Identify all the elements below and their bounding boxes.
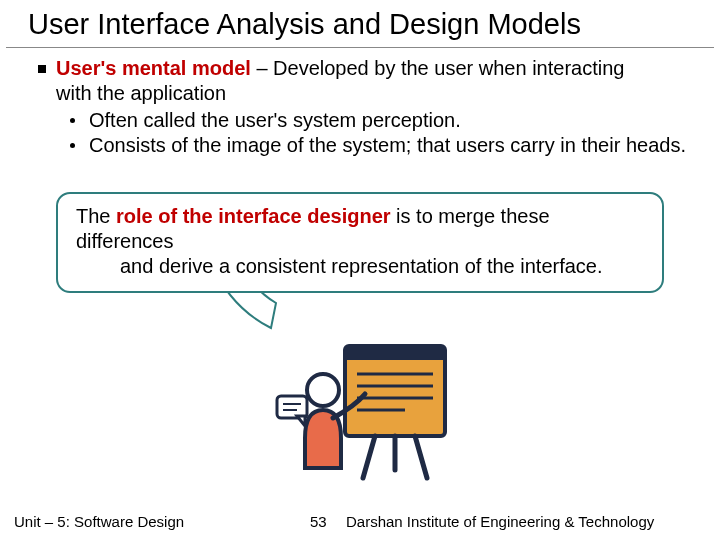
- footer-institute: Darshan Institute of Engineering & Techn…: [346, 513, 654, 530]
- sub-bullet-list: Often called the user's system perceptio…: [70, 108, 694, 158]
- sub-bullet-text: Consists of the image of the system; tha…: [89, 133, 686, 158]
- square-bullet-icon: [38, 65, 46, 73]
- list-item: Consists of the image of the system; tha…: [70, 133, 694, 158]
- sub-bullet-text: Often called the user's system perceptio…: [89, 108, 461, 133]
- svg-line-7: [363, 436, 375, 478]
- main-bullet: User's mental model – Developed by the u…: [38, 56, 694, 106]
- term-highlight: User's mental model: [56, 57, 251, 79]
- dot-bullet-icon: [70, 143, 75, 148]
- callout-rest-2: and derive a consistent representation o…: [76, 254, 644, 279]
- slide-title: User Interface Analysis and Design Model…: [6, 0, 714, 48]
- footer-page-number: 53: [310, 513, 327, 530]
- callout-pre: The: [76, 205, 116, 227]
- dot-bullet-icon: [70, 118, 75, 123]
- list-item: Often called the user's system perceptio…: [70, 108, 694, 133]
- svg-point-10: [307, 374, 339, 406]
- presenter-board-icon: [275, 338, 455, 488]
- svg-rect-2: [345, 346, 445, 360]
- callout-highlight: role of the interface designer: [116, 205, 391, 227]
- footer-unit: Unit – 5: Software Design: [14, 513, 184, 530]
- callout-container: The role of the interface designer is to…: [26, 192, 694, 293]
- main-bullet-text: User's mental model – Developed by the u…: [56, 56, 624, 106]
- slide-footer: Unit – 5: Software Design 53 Darshan Ins…: [0, 513, 720, 530]
- svg-line-8: [415, 436, 427, 478]
- bullet-desc-2: with the application: [56, 82, 226, 104]
- slide-content: User's mental model – Developed by the u…: [0, 48, 720, 293]
- bullet-sep: –: [251, 57, 273, 79]
- callout-box: The role of the interface designer is to…: [56, 192, 664, 293]
- bullet-desc-1: Developed by the user when interacting: [273, 57, 624, 79]
